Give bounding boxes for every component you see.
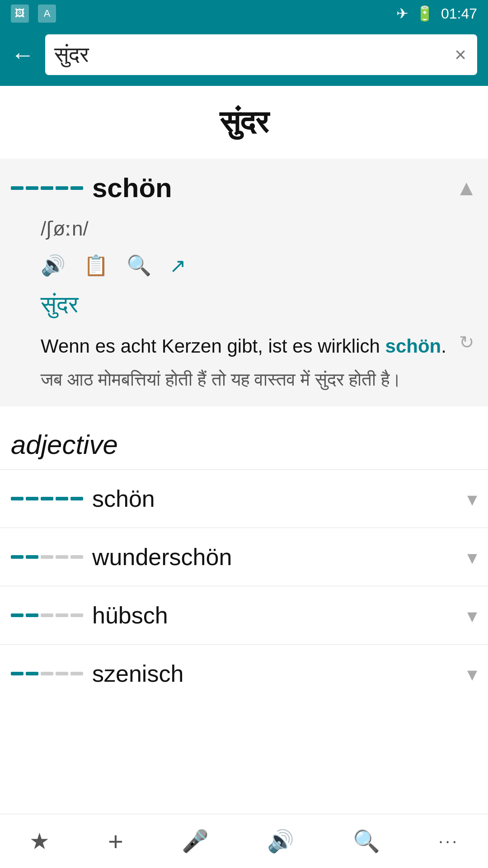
nav-more[interactable]: ··· <box>438 831 459 851</box>
entry-word: schön <box>92 172 172 203</box>
word-title: सुंदर <box>0 86 488 159</box>
list-entry-word-1: schön <box>92 485 155 512</box>
list-item-left: schön <box>11 485 155 512</box>
strength-bars-2 <box>11 555 83 559</box>
list-item[interactable]: szenisch ▾ <box>0 644 488 703</box>
search-box: × <box>45 34 477 75</box>
battery-icon: 🔋 <box>416 5 434 22</box>
chevron-3: ▾ <box>467 604 477 627</box>
entry-card: schön ▲ /ʃøːn/ 🔊 📋 🔍 ↗ सुंदर Wenn es ach… <box>0 159 488 406</box>
clear-button[interactable]: × <box>453 42 468 68</box>
entry-header: schön ▲ <box>0 159 488 212</box>
star-icon: ★ <box>29 828 50 854</box>
strength-bars-4 <box>11 672 83 675</box>
main-content: सुंदर schön ▲ /ʃøːn/ 🔊 📋 🔍 ↗ सुंदर <box>0 86 488 766</box>
mic-icon: 🎤 <box>182 829 209 854</box>
example-de-punct: . <box>441 335 446 357</box>
bar-3 <box>41 186 53 190</box>
example-section: Wenn es acht Kerzen gibt, ist es wirklic… <box>0 327 488 406</box>
image-icon: 🖼 <box>11 5 29 23</box>
section-label: adjective <box>0 406 488 469</box>
chevron-2: ▾ <box>467 546 477 569</box>
nav-mic[interactable]: 🎤 <box>182 829 209 854</box>
list-item-left: hübsch <box>11 602 168 629</box>
clock: 01:47 <box>441 5 477 22</box>
bar-2 <box>26 186 38 190</box>
nav-add[interactable]: + <box>108 826 123 856</box>
translation-word: सुंदर <box>0 286 488 327</box>
plus-icon: + <box>108 826 123 856</box>
search-input[interactable] <box>54 42 453 67</box>
collapse-button[interactable]: ▲ <box>455 175 477 200</box>
example-de: Wenn es acht Kerzen gibt, ist es wirklic… <box>41 332 477 360</box>
list-entry-word-4: szenisch <box>92 660 183 687</box>
speaker-icon: 🔊 <box>267 829 294 854</box>
copy-icon[interactable]: 📋 <box>84 254 108 277</box>
search-icon[interactable]: 🔍 <box>127 254 151 277</box>
list-item-left: szenisch <box>11 660 183 687</box>
text-icon: A <box>38 5 56 23</box>
nav-speaker[interactable]: 🔊 <box>267 829 294 854</box>
search-icon: 🔍 <box>353 829 380 854</box>
chevron-4: ▾ <box>467 662 477 685</box>
bar-1 <box>11 186 23 190</box>
refresh-button[interactable]: ↻ <box>459 332 474 353</box>
example-de-highlight: schön <box>385 335 441 357</box>
action-icons: 🔊 📋 🔍 ↗ <box>0 249 488 286</box>
header: ← × <box>0 27 488 86</box>
bar-5 <box>70 186 83 190</box>
nav-search[interactable]: 🔍 <box>353 829 380 854</box>
phonetic: /ʃøːn/ <box>0 212 488 249</box>
example-hi: जब आठ मोमबत्तियां होती हैं तो यह वास्तव … <box>41 366 477 393</box>
strength-bars-1 <box>11 497 83 500</box>
status-bar: 🖼 A ✈ 🔋 01:47 <box>0 0 488 27</box>
share-icon[interactable]: ↗ <box>169 254 186 277</box>
bottom-nav: ★ + 🎤 🔊 🔍 ··· <box>0 814 488 868</box>
chevron-1: ▾ <box>467 487 477 510</box>
airplane-icon: ✈ <box>396 5 408 22</box>
list-entries: schön ▾ wunderschön ▾ <box>0 469 488 703</box>
list-item[interactable]: hübsch ▾ <box>0 586 488 644</box>
list-entry-word-2: wunderschön <box>92 543 232 571</box>
back-button[interactable]: ← <box>11 43 34 66</box>
status-bar-right: ✈ 🔋 01:47 <box>396 5 477 22</box>
status-bar-left: 🖼 A <box>11 5 56 23</box>
strength-bars-3 <box>11 613 83 617</box>
strength-bars <box>11 186 83 190</box>
list-item[interactable]: schön ▾ <box>0 469 488 528</box>
audio-icon[interactable]: 🔊 <box>41 254 66 277</box>
nav-favorites[interactable]: ★ <box>29 828 50 854</box>
list-item-left: wunderschön <box>11 543 232 571</box>
entry-title-row: schön <box>11 172 172 203</box>
bar-4 <box>56 186 68 190</box>
example-de-text: Wenn es acht Kerzen gibt, ist es wirklic… <box>41 335 385 357</box>
list-item[interactable]: wunderschön ▾ <box>0 528 488 586</box>
more-icon: ··· <box>438 831 459 851</box>
list-entry-word-3: hübsch <box>92 602 168 629</box>
